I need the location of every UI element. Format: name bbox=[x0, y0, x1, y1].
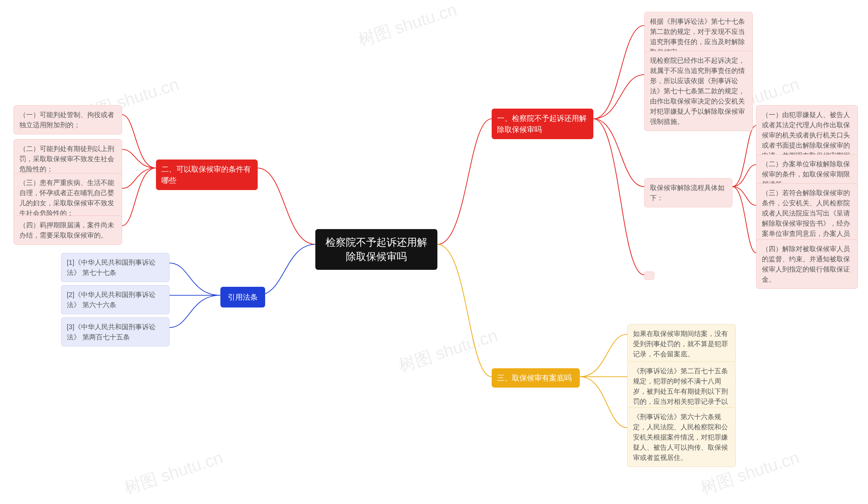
watermark: 树图 shutu.cn bbox=[396, 324, 500, 377]
watermark: 树图 shutu.cn bbox=[121, 446, 226, 500]
root-node[interactable]: 检察院不予起诉还用解除取保候审吗 bbox=[315, 229, 437, 270]
branch3-leaf-0[interactable]: 如果在取保候审期间结案，没有受到刑事处罚的，就不算是犯罪记录，不会留案底。 bbox=[627, 324, 736, 363]
branch3-leaf-2[interactable]: 《刑事诉讼法》第六十六条规定，人民法院、人民检察院和公安机关根据案件情况，对犯罪… bbox=[627, 407, 736, 467]
branch2-leaf-1[interactable]: （二）可能判处有期徒刑以上刑罚，采取取保候审不致发生社会危险性的； bbox=[13, 139, 122, 179]
branch1-sub-node[interactable]: 取保候审解除流程具体如下： bbox=[644, 178, 732, 208]
branch4-leaf-1[interactable]: [2]《中华人民共和国刑事诉讼法》 第六十六条 bbox=[61, 285, 169, 314]
branch4-leaf-0[interactable]: [1]《中华人民共和国刑事诉讼法》 第七十七条 bbox=[61, 253, 169, 282]
branch1-empty-leaf[interactable] bbox=[644, 272, 654, 280]
branch4-leaf-2[interactable]: [3]《中华人民共和国刑事诉讼法》 第两百七十五条 bbox=[61, 317, 169, 346]
branch4-node[interactable]: 引用法条 bbox=[220, 287, 265, 308]
branch1-leaf-1[interactable]: 现检察院已经作出不起诉决定，就属于不应当追究刑事责任的情形，所以应该依据《刑事诉… bbox=[644, 51, 753, 131]
branch2-leaf-0[interactable]: （一）可能判处管制、拘役或者独立适用附加刑的； bbox=[13, 105, 122, 134]
branch1-node[interactable]: 一、检察院不予起诉还用解除取保候审吗 bbox=[492, 109, 593, 139]
branch2-leaf-3[interactable]: （四）羁押期限届满，案件尚未办结，需要采取取保候审的。 bbox=[13, 215, 122, 245]
branch3-node[interactable]: 三、取保候审有案底吗 bbox=[492, 368, 580, 387]
branch1-sub-leaf-3[interactable]: （四）解除对被取保候审人员的监督、约束。并通知被取保候审人到指定的银行领取保证金… bbox=[756, 239, 858, 289]
branch2-node[interactable]: 二、可以取保候审的条件有哪些 bbox=[156, 160, 258, 190]
watermark: 树图 shutu.cn bbox=[355, 0, 460, 52]
